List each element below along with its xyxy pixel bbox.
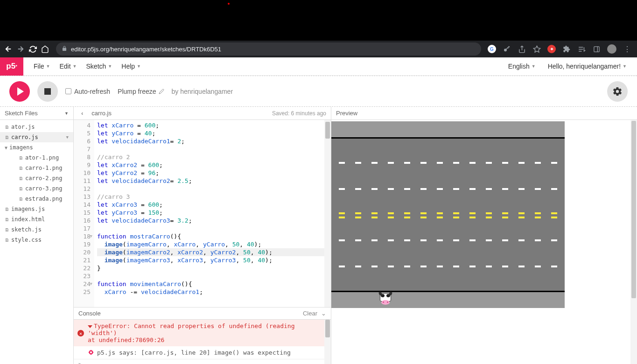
lane-marking [339, 266, 557, 267]
file-imagens-js[interactable]: 🗎imagens.js [0, 204, 73, 214]
browser-toolbar: editor.p5js.org/henriquelangamer/sketche… [0, 41, 637, 57]
file-icon: 🗎 [19, 186, 23, 191]
back-button[interactable] [4, 44, 13, 54]
pencil-icon [159, 89, 164, 94]
url-text: editor.p5js.org/henriquelangamer/sketche… [71, 46, 221, 53]
file-icon: 🗎 [5, 207, 9, 212]
editor-tabbar: ‹ carro.js Saved: 6 minutes ago [74, 107, 331, 120]
console-clear-button[interactable]: Clear [303, 310, 317, 317]
menu-file[interactable]: File▼ [30, 61, 54, 72]
toolbar: Auto-refresh Plump freeze by henriquelan… [0, 76, 637, 107]
language-selector[interactable]: English▼ [504, 61, 539, 72]
error-icon: ✕ [77, 330, 84, 336]
lane-marking [339, 188, 557, 190]
sketch-canvas[interactable] [331, 121, 565, 308]
project-name[interactable]: Plump freeze [118, 88, 164, 95]
forward-button[interactable] [16, 44, 25, 54]
file-icon: 🗎 [19, 176, 23, 181]
file-icon: 🗎 [5, 135, 9, 140]
sidebar: Sketch Files▼ 🗎ator.js 🗎carro.js▼ ▼image… [0, 107, 74, 364]
author-label: by henriquelangamer [172, 88, 233, 95]
editor-scrollbar[interactable] [324, 120, 331, 307]
svg-point-8 [89, 353, 91, 354]
lane-marking [339, 239, 557, 241]
home-button[interactable] [40, 44, 49, 54]
share-icon[interactable] [518, 45, 526, 53]
file-icon: 🗎 [5, 238, 9, 243]
file-icon: 🗎 [5, 217, 9, 222]
chevron-down-icon: ▼ [64, 111, 69, 116]
preview-header: Preview [331, 107, 637, 120]
browser-menu-icon[interactable]: ⋮ [623, 45, 631, 53]
collapse-sidebar-button[interactable]: ‹ [78, 110, 86, 117]
lock-icon [62, 46, 67, 52]
settings-button[interactable] [607, 81, 628, 102]
svg-rect-1 [594, 46, 599, 51]
console-panel: Console Clear ⌄ ✕ TypeError: Cannot read… [74, 307, 331, 364]
file-carro1-png[interactable]: 🗎carro-1.png [0, 163, 73, 173]
checkbox-icon [65, 88, 71, 94]
lane-marking [339, 162, 557, 164]
code-editor[interactable]: 4567 891011 12131415 161718▼19 20212223 … [74, 120, 331, 307]
star-icon[interactable] [532, 45, 541, 53]
browser-tabstrip-area [0, 0, 637, 41]
menu-help[interactable]: Help▼ [118, 61, 145, 72]
file-icon: 🗎 [5, 125, 9, 130]
console-toggle-icon[interactable]: ⌄ [321, 310, 326, 317]
key-icon[interactable] [503, 45, 511, 53]
cow-sprite [378, 293, 393, 307]
file-icon: 🗎 [19, 166, 23, 171]
preview-canvas [331, 120, 637, 364]
preview-scrollbar[interactable] [630, 120, 637, 364]
sidebar-header[interactable]: Sketch Files▼ [0, 107, 73, 120]
svg-point-6 [89, 350, 91, 352]
file-index-html[interactable]: 🗎index.html [0, 214, 73, 224]
svg-point-9 [91, 353, 93, 354]
folder-imagens[interactable]: ▼imagens [0, 142, 73, 153]
file-style-css[interactable]: 🗎style.css [0, 235, 73, 245]
playlist-icon[interactable] [577, 45, 586, 53]
file-carro2-png[interactable]: 🗎carro-2.png [0, 173, 73, 183]
extension-red-icon[interactable]: ✦ [547, 45, 556, 53]
app-header: p5* File▼ Edit▼ Sketch▼ Help▼ English▼ H… [0, 57, 637, 76]
folder-open-icon: ▼ [5, 145, 7, 150]
console-title: Console [78, 310, 101, 317]
menu-sketch[interactable]: Sketch▼ [83, 61, 116, 72]
saved-indicator: Saved: 6 minutes ago [272, 110, 326, 117]
panel-icon[interactable] [592, 45, 601, 53]
extensions-icon[interactable] [562, 45, 571, 53]
auto-refresh-toggle[interactable]: Auto-refresh [65, 88, 110, 95]
file-ator1-png[interactable]: 🗎ator-1.png [0, 153, 73, 163]
line-gutter: 4567 891011 12131415 161718▼19 20212223 … [74, 120, 94, 307]
play-icon [17, 87, 24, 96]
gear-icon [612, 86, 623, 97]
console-scrollbar[interactable] [324, 320, 331, 364]
file-icon: 🗎 [19, 196, 23, 202]
center-line [339, 212, 557, 218]
file-estrada-png[interactable]: 🗎estrada.png [0, 194, 73, 204]
file-icon: 🗎 [5, 227, 9, 232]
file-ator-js[interactable]: 🗎ator.js [0, 122, 73, 132]
user-greeting[interactable]: Hello, henriquelangamer!▼ [544, 61, 630, 72]
file-icon: 🗎 [19, 155, 23, 161]
file-sketch-js[interactable]: 🗎sketch.js [0, 224, 73, 235]
editor-filename: carro.js [91, 110, 112, 117]
svg-point-7 [91, 350, 93, 352]
console-error: ✕ TypeError: Cannot read properties of u… [74, 320, 331, 346]
address-bar[interactable]: editor.p5js.org/henriquelangamer/sketche… [56, 42, 481, 56]
menu-edit[interactable]: Edit▼ [56, 61, 80, 72]
google-icon[interactable]: G [488, 45, 496, 53]
p5-logo[interactable]: p5* [0, 57, 23, 76]
file-carro-js[interactable]: 🗎carro.js▼ [0, 132, 73, 142]
console-input[interactable]: > [74, 359, 331, 364]
svg-point-10 [90, 351, 92, 353]
stop-icon [44, 88, 51, 95]
play-button[interactable] [9, 81, 30, 102]
chevron-down-icon[interactable]: ▼ [66, 135, 69, 140]
svg-point-0 [504, 49, 507, 51]
profile-avatar[interactable] [607, 44, 616, 54]
reload-button[interactable] [28, 44, 37, 54]
stop-button[interactable] [37, 81, 58, 102]
file-carro3-png[interactable]: 🗎carro-3.png [0, 183, 73, 194]
code-content: let xCarro = 600; let yCarro = 40; let v… [94, 120, 331, 307]
